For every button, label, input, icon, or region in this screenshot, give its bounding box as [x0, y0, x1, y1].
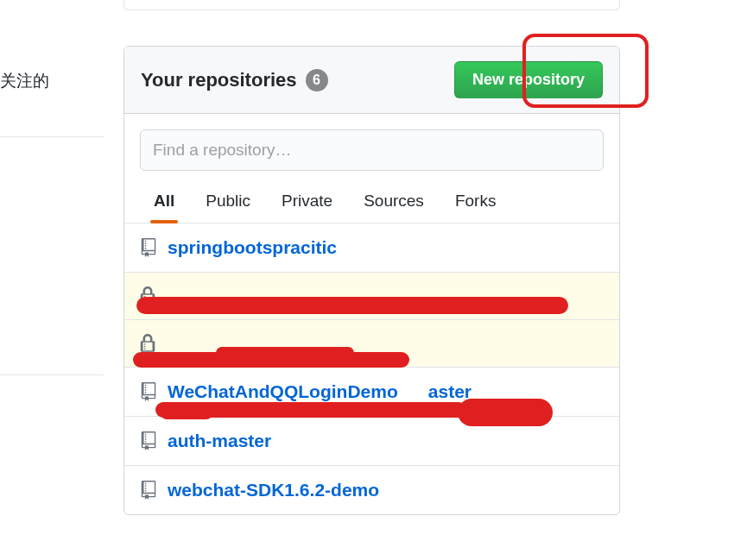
annotation-redaction — [173, 302, 363, 314]
repo-link[interactable]: auth-master — [168, 431, 271, 451]
tab-all[interactable]: All — [150, 186, 178, 223]
card-header: Your repositories 6 New repository — [124, 47, 619, 114]
repo-link[interactable]: springbootspracitic — [168, 237, 337, 258]
repo-item: springbootspracitic — [124, 223, 619, 273]
repo-link-part: WeChatAndQQLoginDemo — [168, 381, 398, 401]
tab-sources[interactable]: Sources — [360, 186, 427, 223]
annotation-redaction — [161, 407, 212, 419]
repo-list: springbootspracitic WeChatAndQQLoginDemo… — [124, 223, 619, 514]
filter-tabs: All Public Private Sources Forks — [124, 171, 619, 223]
your-repositories-card: Your repositories 6 New repository All P… — [123, 46, 620, 515]
find-repository-input[interactable] — [140, 129, 604, 171]
repo-link[interactable]: WeChatAndQQLoginDemo aster — [168, 381, 472, 402]
sidebar-divider — [0, 374, 104, 375]
prev-card-bottom — [123, 0, 620, 10]
sidebar-divider — [0, 136, 104, 137]
repo-icon — [140, 431, 157, 450]
tab-private[interactable]: Private — [278, 186, 336, 223]
your-repositories-title: Your repositories — [141, 69, 297, 91]
annotation-redaction — [458, 399, 553, 426]
sidebar-text-fragment: 关注的 — [0, 65, 49, 98]
repo-icon — [140, 481, 157, 500]
repo-icon — [140, 238, 157, 257]
new-repository-button[interactable]: New repository — [454, 61, 603, 98]
search-wrap — [124, 114, 619, 171]
annotation-redaction — [216, 347, 354, 359]
lock-icon — [140, 334, 155, 353]
tab-forks[interactable]: Forks — [452, 186, 500, 223]
repo-icon — [140, 382, 157, 401]
tab-public[interactable]: Public — [202, 186, 254, 223]
repo-item: webchat-SDK1.6.2-demo — [124, 466, 619, 514]
repo-link-part: aster — [428, 381, 472, 401]
repo-link[interactable]: webchat-SDK1.6.2-demo — [168, 480, 379, 500]
header-left: Your repositories 6 — [141, 69, 328, 91]
repo-count-badge: 6 — [306, 69, 328, 91]
